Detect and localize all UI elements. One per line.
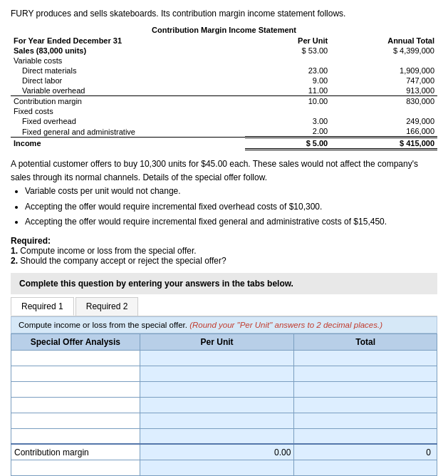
table-row	[11, 366, 437, 381]
table-row: Direct labor 9.00 747,000	[11, 76, 437, 86]
table-row: Variable costs	[11, 56, 437, 66]
required-link-2[interactable]: Should the company accept or reject the …	[20, 256, 226, 266]
table-row	[11, 397, 437, 413]
bullet-2: Accepting the offer would require increm…	[25, 200, 437, 214]
per-unit-input[interactable]	[143, 353, 291, 363]
offer-bullets: Variable costs per unit would not change…	[25, 185, 437, 229]
col-header-label: For Year Ended December 31	[11, 36, 245, 46]
intro-text: FURY produces and sells skateboards. Its…	[11, 7, 437, 20]
total-input[interactable]	[297, 462, 434, 472]
col-header-annual: Annual Total	[330, 36, 437, 46]
col-header-analysis: Special Offer Analysis	[11, 333, 140, 350]
offer-intro: A potential customer offers to buy 10,30…	[11, 157, 437, 185]
instruction-bar: Compute income or loss from the special …	[11, 316, 437, 333]
income-statement: Contribution Margin Income Statement For…	[11, 26, 437, 150]
per-unit-input[interactable]	[143, 400, 291, 410]
col-header-unit: Per Unit	[245, 36, 330, 46]
total-input[interactable]	[297, 400, 434, 410]
table-row	[11, 350, 437, 366]
table-row: Sales (83,000 units) $ 53.00 $ 4,399,000	[11, 46, 437, 56]
table-row	[11, 413, 437, 428]
table-row: Direct materials 23.00 1,909,000	[11, 66, 437, 76]
per-unit-input[interactable]	[143, 415, 291, 425]
total-input[interactable]	[297, 384, 434, 394]
total-input[interactable]	[297, 368, 434, 378]
bullet-1: Variable costs per unit would not change…	[25, 185, 437, 198]
required-section: Required: 1. Compute income or loss from…	[11, 236, 437, 266]
table-row	[11, 428, 437, 444]
required-item-2: 2. Should the company accept or reject t…	[11, 256, 226, 266]
required-link-1[interactable]: Compute income or loss from the special …	[20, 246, 196, 256]
instruction-text: Compute income or loss from the special …	[19, 321, 187, 329]
statement-title: Contribution Margin Income Statement	[11, 26, 437, 34]
table-row: Contribution margin 10.00 830,000	[11, 96, 437, 107]
table-row: Fixed general and administrative 2.00 16…	[11, 126, 437, 138]
required-item-1: 1. Compute income or loss from the speci…	[11, 246, 197, 256]
table-row: Fixed overhead 3.00 249,000	[11, 116, 437, 126]
complete-banner: Complete this question by entering your …	[11, 273, 437, 294]
offer-section: A potential customer offers to buy 10,30…	[11, 157, 437, 229]
per-unit-input[interactable]	[143, 384, 291, 394]
table-row	[11, 460, 437, 475]
bullet-3: Accepting the offer would require increm…	[25, 215, 437, 229]
col-header-per-unit: Per Unit	[140, 333, 294, 350]
statement-table: For Year Ended December 31 Per Unit Annu…	[11, 36, 437, 150]
required-label: Required:	[11, 236, 51, 246]
tabs-row: Required 1 Required 2	[11, 294, 437, 316]
table-row: Fixed costs	[11, 106, 437, 116]
tab-required-1[interactable]: Required 1	[11, 297, 74, 316]
tab-required-2[interactable]: Required 2	[75, 297, 139, 316]
table-row: Variable overhead 11.00 913,000	[11, 86, 437, 96]
contribution-row: Contribution margin 0	[11, 444, 437, 460]
analysis-table: Special Offer Analysis Per Unit Total	[11, 333, 437, 476]
table-row	[11, 381, 437, 397]
contribution-per-unit[interactable]	[143, 447, 291, 457]
total-input[interactable]	[297, 431, 434, 441]
round-note: (Round your "Per Unit" answers to 2 deci…	[189, 321, 382, 329]
col-header-total: Total	[294, 333, 437, 350]
total-input[interactable]	[297, 415, 434, 425]
per-unit-input[interactable]	[143, 368, 291, 378]
total-input[interactable]	[297, 353, 434, 363]
per-unit-input[interactable]	[143, 431, 291, 441]
per-unit-input[interactable]	[143, 462, 291, 472]
income-row: Income $ 5.00 $ 415,000	[11, 138, 437, 150]
